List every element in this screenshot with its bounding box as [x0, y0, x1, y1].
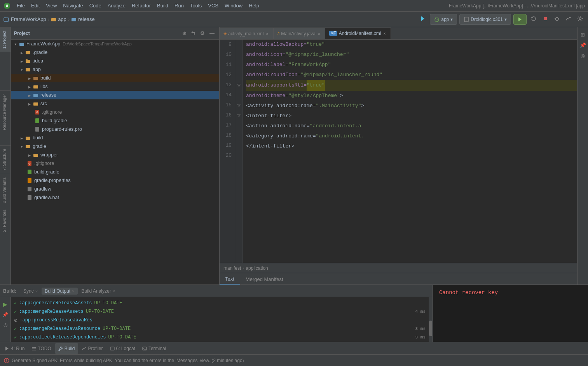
editor-breadcrumb: manifest › application [220, 263, 577, 273]
menu-view[interactable]: View [43, 2, 59, 10]
tab-mainactivity[interactable]: J MainActivity.java × [274, 28, 325, 39]
svg-line-17 [556, 17, 556, 17]
tab-activity-main-close[interactable]: × [265, 31, 269, 36]
menu-window[interactable]: Window [222, 2, 245, 10]
favorites-label[interactable]: 2: Favorites [0, 206, 10, 235]
project-panel-label[interactable]: 1: Project [0, 27, 10, 52]
build-analyzer-close[interactable]: × [113, 289, 115, 293]
menu-analyze[interactable]: Analyze [105, 2, 128, 10]
tree-item-idea[interactable]: .idea [11, 57, 219, 65]
tree-item-gitignore-app[interactable]: G .gitignore [11, 108, 219, 116]
build-tab-output[interactable]: Build Output × [42, 288, 77, 295]
tab-text[interactable]: Text [220, 274, 240, 284]
build-output-close[interactable]: × [72, 289, 74, 293]
build-pin-icon[interactable]: 📌 [1, 310, 10, 319]
menu-build[interactable]: Build [154, 2, 171, 10]
tree-item-gradlewbat[interactable]: gradlew.bat [11, 193, 219, 202]
build-scroll[interactable] [429, 297, 433, 342]
run-button[interactable] [513, 14, 527, 25]
build-item-4[interactable]: ✓ :app:mergeReleaseJavaResource UP-TO-DA… [11, 324, 429, 333]
tree-item-app-build[interactable]: build [11, 74, 219, 82]
right-icon-3[interactable]: ◎ [579, 51, 586, 60]
build-tab-sync[interactable]: Sync × [20, 288, 41, 295]
sync-close[interactable]: × [35, 289, 38, 293]
menu-navigate[interactable]: Navigate [60, 2, 85, 10]
build-scroll-thumb[interactable] [429, 321, 432, 336]
app-config-btn[interactable]: app ▾ [430, 14, 457, 25]
tree-item-gradlew[interactable]: gradlew [11, 185, 219, 193]
device-chevron: ▾ [450, 17, 453, 22]
code-editor-content[interactable]: android:allowBackup="true" android:icon=… [243, 40, 577, 263]
tree-item-proguard[interactable]: proguard-rules.pro [11, 125, 219, 134]
build-item-3[interactable]: ⊘ :app:processReleaseJavaRes [11, 316, 429, 324]
build-item-2[interactable]: ✓ :app:mergeReleaseAssets UP-TO-DATE 4 m… [11, 307, 429, 316]
reload-icon-btn[interactable] [529, 14, 538, 24]
locate-file-btn[interactable]: ⊕ [181, 29, 188, 37]
structure-panel-label[interactable]: 7: Structure [0, 145, 10, 174]
tree-item-libs[interactable]: libs [11, 82, 219, 91]
tree-item-gradle-root[interactable]: gradle [11, 142, 219, 151]
tab-androidmanifest[interactable]: MF AndroidManifest.xml × [325, 28, 391, 39]
build-variants-label[interactable]: Build Variants [0, 174, 10, 206]
menu-refactor[interactable]: Refactor [129, 2, 154, 10]
tool-logcat[interactable]: 6: Logcat [107, 343, 138, 354]
tool-run[interactable]: 4: Run [2, 343, 28, 354]
file-tree-header: Project ⊕ ⇆ ⚙ — [11, 27, 219, 40]
tree-item-gitignore-root[interactable]: G .gitignore [11, 159, 219, 168]
tool-build[interactable]: Build [55, 343, 78, 354]
tab-mainactivity-close[interactable]: × [317, 31, 321, 36]
build-item-1[interactable]: ✓ :app:generateReleaseAssets UP-TO-DATE [11, 299, 429, 307]
right-icon-2[interactable]: 📌 [578, 41, 588, 50]
tree-item-gradleprops[interactable]: gradle.properties [11, 176, 219, 185]
menu-edit[interactable]: Edit [28, 2, 42, 10]
settings-icon-btn[interactable] [576, 14, 585, 24]
menu-file[interactable]: File [14, 2, 28, 10]
check-icon-4: ✓ [14, 326, 17, 332]
app-window: A File Edit View Navigate Code Analyze R… [0, 0, 588, 366]
build-item-5[interactable]: ✓ :app:collectReleaseDependencies UP-TO-… [11, 333, 429, 342]
menu-help[interactable]: Help [246, 2, 262, 10]
tree-item-buildgradle-app[interactable]: build.gradle [11, 116, 219, 125]
tree-item-build-root[interactable]: build [11, 134, 219, 142]
tree-root[interactable]: FrameWorkApp D:\WorkSpaceTemp\FrameWorkA… [11, 40, 219, 48]
root-name: FrameWorkApp [26, 41, 60, 47]
tab-activity-main[interactable]: ◈ activity_main.xml × [220, 28, 274, 39]
debug-icon-btn2[interactable] [552, 14, 562, 24]
src-chevron [26, 101, 33, 107]
tool-profiler[interactable]: Profiler [79, 343, 106, 354]
tree-item-release[interactable]: release [11, 91, 219, 99]
svg-rect-29 [33, 77, 38, 80]
emulator-btn[interactable]: Droidlogic x301 ▾ [459, 14, 511, 25]
tab-androidmanifest-close[interactable]: × [382, 31, 386, 36]
collapse-all-btn[interactable]: ⇆ [190, 29, 197, 37]
tree-item-buildgradle-root[interactable]: build.gradle [11, 168, 219, 176]
emulator-chevron: ▾ [504, 17, 507, 22]
svg-marker-6 [421, 16, 424, 21]
menu-vcs[interactable]: VCS [205, 2, 221, 10]
tree-item-app[interactable]: app [11, 65, 219, 74]
build-watch-icon[interactable]: ◎ [2, 321, 9, 329]
breadcrumb-release[interactable]: release [78, 16, 95, 22]
tab-merged-manifest[interactable]: Merged Manifest [240, 274, 289, 284]
menu-run[interactable]: Run [172, 2, 187, 10]
gradle-hidden-icon [25, 49, 31, 56]
breadcrumb-project[interactable]: FrameWorkApp [11, 16, 46, 22]
tool-terminal[interactable]: Terminal [139, 343, 169, 354]
build-run-icon[interactable]: ▶ [2, 300, 9, 309]
build-tab-analyzer[interactable]: Build Analyzer × [79, 288, 118, 295]
menu-code[interactable]: Code [87, 2, 104, 10]
right-icon-1[interactable]: ⊞ [579, 30, 586, 39]
debug-icon-btn[interactable] [418, 14, 427, 24]
stop-icon-btn[interactable] [541, 14, 550, 24]
resource-manager-label[interactable]: Resource Manager [0, 90, 10, 134]
tool-todo[interactable]: TODO [28, 343, 54, 354]
minimize-tree-btn[interactable]: — [208, 29, 216, 37]
tree-item-wrapper[interactable]: wrapper [11, 151, 219, 159]
menu-tools[interactable]: Tools [187, 2, 204, 10]
tree-item-gradle-hidden[interactable]: .gradle [11, 48, 219, 57]
profile-icon-btn[interactable] [564, 14, 573, 24]
task-status-2: UP-TO-DATE [86, 309, 114, 314]
settings-tree-btn[interactable]: ⚙ [199, 29, 206, 37]
tree-item-src[interactable]: src [11, 99, 219, 108]
breadcrumb-app[interactable]: app [58, 16, 66, 22]
